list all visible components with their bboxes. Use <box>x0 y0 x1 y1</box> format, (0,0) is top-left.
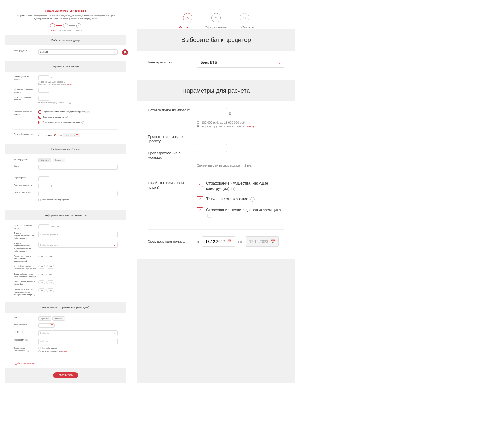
year-input[interactable] <box>38 176 49 181</box>
info-icon[interactable]: i <box>87 111 90 113</box>
seg-room[interactable]: Комната <box>53 158 65 162</box>
object-heading: Информация об объекте <box>5 148 126 150</box>
left-overview: Страхование ипотеки для ВТБ Программы ип… <box>5 5 126 383</box>
info-icon[interactable]: i <box>250 197 255 202</box>
q1-yes[interactable]: да <box>38 255 45 258</box>
request-link[interactable]: заявку <box>67 83 72 85</box>
step-1-circle <box>183 13 192 22</box>
balance-input-zoom[interactable] <box>197 108 227 118</box>
q2-yes[interactable]: да <box>38 265 45 269</box>
date-from-zoom[interactable]: 13.12.2022📅 <box>202 236 235 247</box>
city-input[interactable] <box>38 165 118 170</box>
sport-select[interactable]: Выберите⌄ <box>38 330 118 336</box>
q3-yes[interactable]: да <box>38 273 45 276</box>
q4-no[interactable]: нет <box>46 280 54 284</box>
q5-no[interactable]: нет <box>46 288 54 292</box>
chevron-down-icon: ⌄ <box>113 243 116 246</box>
term-input[interactable] <box>38 96 49 101</box>
doc2-select[interactable]: Выберите документ⌄ <box>38 242 118 248</box>
bank-select-zoom[interactable]: Банк ВТБ ⌄ <box>197 57 284 68</box>
title-term-input[interactable] <box>38 224 49 229</box>
lead-text: Программы ипотечного страхования комплек… <box>14 14 118 20</box>
calculate-button[interactable]: РАССЧИТАТЬ <box>53 372 78 378</box>
wood-check[interactable] <box>38 199 41 201</box>
calendar-icon: 📅 <box>50 324 53 327</box>
info-icon[interactable]: i <box>207 214 211 218</box>
bank-heading-zoom: Выберите банк-кредитор <box>137 36 295 43</box>
chat-fab[interactable]: 💬 <box>122 49 128 55</box>
q3-no[interactable]: нет <box>46 273 54 276</box>
step-line-2 <box>69 25 75 26</box>
check-property[interactable]: ✓ <box>38 110 41 114</box>
market-input[interactable] <box>38 184 49 188</box>
step-line-1 <box>56 25 62 26</box>
step-2-circle: 2 <box>211 13 221 22</box>
bank-heading: Выберите банк-кредитор <box>5 39 126 42</box>
cadastral-input[interactable] <box>38 191 118 196</box>
gender-female[interactable]: Женский <box>52 316 65 321</box>
profession-select[interactable]: Выберите⌄ <box>38 339 118 344</box>
chevron-down-icon: ⌄ <box>113 233 116 236</box>
step-labels-zoom: Расчет Оформление Оплата <box>137 25 295 29</box>
info-icon[interactable]: i <box>21 331 23 333</box>
header-card: Страхование ипотеки для ВТБ Программы ип… <box>5 5 126 35</box>
step-3-circle: 3 <box>76 23 81 28</box>
q1-no[interactable]: нет <box>46 255 54 258</box>
seg-apartment[interactable]: Квартира <box>38 158 51 162</box>
rate-input-zoom[interactable] <box>197 135 227 145</box>
bank-select[interactable]: Банк ВТБ ⌄ <box>38 49 118 55</box>
doc1-select[interactable]: Выберите документ⌄ <box>38 232 118 237</box>
request-link-zoom[interactable]: заявку <box>245 125 254 128</box>
step-3-circle: 3 <box>240 13 249 22</box>
chronic-yes-radio[interactable] <box>38 350 41 353</box>
steps-zoom: 2 3 <box>137 13 295 22</box>
q2-no[interactable]: нет <box>46 265 54 269</box>
step-line-2 <box>223 18 237 18</box>
params-card: Остаток долга по ипотеке ₽ От 100 000 ру… <box>5 72 126 144</box>
date-to: 12.12.2023📅 <box>63 133 80 137</box>
chevron-down-icon: ⌄ <box>278 60 281 65</box>
calendar-icon: 📅 <box>270 239 275 244</box>
info-icon[interactable]: i <box>28 177 30 179</box>
chevron-down-icon: ⌄ <box>113 340 116 343</box>
bank-card: Банк-кредитор Банк ВТБ ⌄ <box>5 45 126 61</box>
q5-yes[interactable]: да <box>38 288 45 292</box>
right-zoom: 2 3 Расчет Оформление Оплата Выберите ба… <box>137 5 295 383</box>
steps: 2 3 <box>14 23 118 28</box>
date-from[interactable]: 13.12.2022📅 <box>41 133 58 137</box>
gender-male[interactable]: Мужской <box>38 316 51 321</box>
step-2-circle: 2 <box>63 23 68 28</box>
q4-yes[interactable]: да <box>38 280 45 284</box>
chevron-down-icon: ⌄ <box>113 332 116 334</box>
ownership-heading: Информация о праве собственности <box>5 214 126 217</box>
chronic-list-link[interactable]: списка <box>61 351 67 353</box>
rate-input[interactable] <box>38 88 49 93</box>
info-icon[interactable]: i <box>82 121 84 124</box>
page-title: Страхование ипотеки для ВТБ <box>14 9 118 12</box>
dob-input[interactable]: 📅 <box>38 323 55 328</box>
info-icon[interactable]: i <box>25 339 28 341</box>
balance-input[interactable] <box>38 75 49 80</box>
calendar-icon: 📅 <box>76 134 78 136</box>
step-1-circle <box>50 23 55 28</box>
check-life-zoom[interactable]: ✓ <box>197 207 203 213</box>
insured-heading: Информация о страхователе (заемщике) <box>5 306 126 309</box>
check-title-zoom[interactable]: ✓ <box>197 196 203 202</box>
params-card-zoom: Остаток долга по ипотеке ₽ От 100 000 ру… <box>137 101 295 259</box>
params-heading-zoom: Параметры для расчета <box>137 87 295 94</box>
check-property-zoom[interactable]: ✓ <box>197 181 203 187</box>
params-heading: Параметры для расчета <box>5 65 126 68</box>
calendar-icon: 📅 <box>54 134 56 136</box>
info-icon[interactable]: i <box>65 116 68 118</box>
term-input-zoom[interactable] <box>197 151 227 161</box>
check-life[interactable]: ✓ <box>38 121 41 124</box>
step-labels: Расчет Оформление Оплата <box>14 29 118 31</box>
calendar-icon: 📅 <box>227 239 232 244</box>
chronic-no-radio[interactable] <box>38 347 41 349</box>
info-icon[interactable]: i <box>27 350 29 352</box>
info-icon[interactable]: i <box>231 187 235 191</box>
add-coborrower[interactable]: + Добавить созаемщика <box>14 362 35 364</box>
insured-card: ПолМужскойЖенский Дата рождения📅 Спорт i… <box>5 313 126 368</box>
check-title[interactable]: ✓ <box>38 116 41 119</box>
date-to-zoom: 12.12.2023📅 <box>246 236 279 247</box>
